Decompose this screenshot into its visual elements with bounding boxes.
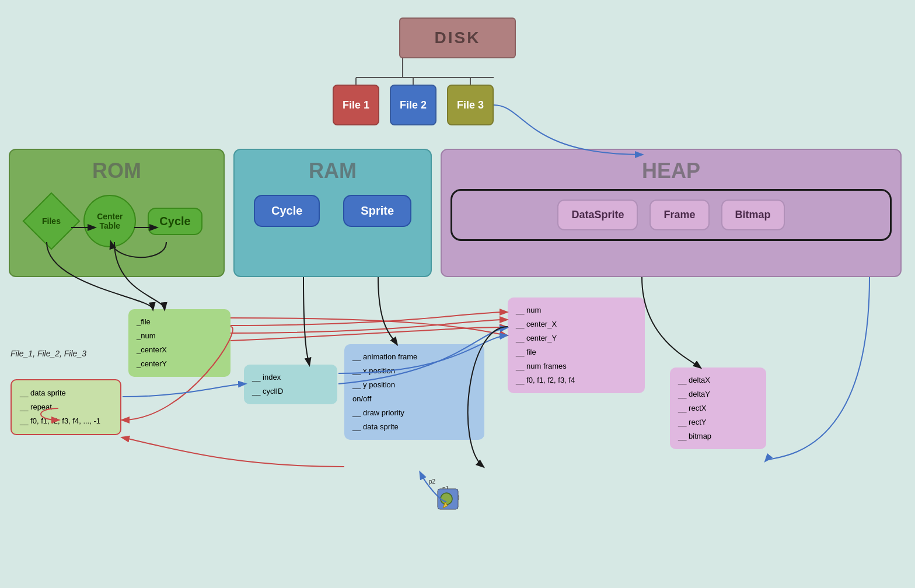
sprite-data-field: __ data sprite — [352, 420, 476, 434]
cycle-ram-field-1: __ index — [252, 370, 329, 384]
file1-box: File 1 — [333, 85, 379, 125]
sprite-field-1: __ data sprite — [20, 386, 112, 400]
ds-num: __ num — [516, 303, 637, 317]
sprite-onoff-field: on/off — [352, 392, 476, 406]
ds-centerx: __ center_X — [516, 317, 637, 331]
sprite-priority-field: __ draw priority — [352, 406, 476, 420]
heap-inner-box: DataSprite Frame Bitmap — [450, 189, 892, 241]
frame-recty: __ rectY — [678, 415, 758, 429]
cycle-rom-label: Cycle — [159, 215, 190, 228]
heap-section: HEAP DataSprite Frame Bitmap — [441, 149, 902, 277]
frame-fields-box: __ deltaX __ deltaY __ rectX __ rectY __… — [670, 368, 766, 449]
frame-label: Frame — [663, 209, 695, 221]
frame-deltay: __ deltaY — [678, 387, 758, 401]
sprite-anim-field: __ animation frame — [352, 350, 476, 364]
rom-label: ROM — [19, 159, 215, 183]
bitmap-label: Bitmap — [735, 209, 771, 221]
file1-label: File 1 — [343, 99, 369, 111]
file2-box: File 2 — [390, 85, 436, 125]
ds-centery: __ center_Y — [516, 331, 637, 345]
cycle-rom-node: Cycle — [148, 208, 202, 235]
cycle-rom-field-3: _centerX — [137, 343, 222, 357]
ds-frames: __ f0, f1, f2, f3, f4 — [516, 373, 637, 387]
cycle-rom-field-2: _num — [137, 329, 222, 343]
datasprite-fields-box: __ num __ center_X __ center_Y __ file _… — [508, 298, 645, 393]
ds-file: __ file — [516, 345, 637, 359]
ram-label: RAM — [243, 159, 422, 183]
cycle-ram-field-2: __ cyclID — [252, 384, 329, 398]
sprite-data-box: __ data sprite __ repeat __ f0, f1, f2, … — [11, 379, 121, 435]
files-diamond-label: Files — [42, 216, 61, 226]
cycle-data-rom-box: _file _num _centerX _centerY — [128, 309, 231, 377]
disk-box: DISK — [399, 18, 516, 58]
cycle-rom-field-1: _file — [137, 315, 222, 329]
p2-label: p2 — [429, 478, 435, 485]
datasprite-node: DataSprite — [557, 200, 638, 230]
bitmap-node: Bitmap — [721, 200, 785, 230]
frame-bitmap: __ bitmap — [678, 429, 758, 443]
file3-box: File 3 — [447, 85, 494, 125]
sprite-x-field: __ x position — [352, 364, 476, 378]
cycle-ram-label: Cycle — [271, 204, 302, 218]
files-list-label: File_1, File_2, File_3 — [11, 349, 86, 358]
sprite-fields-box: __ animation frame __ x position __ y po… — [344, 344, 484, 440]
heap-label: HEAP — [450, 159, 892, 183]
file2-label: File 2 — [400, 99, 427, 111]
sprite-ram-node: Sprite — [343, 195, 411, 227]
center-table-label: CenterTable — [97, 212, 123, 230]
sprite-icon — [435, 486, 464, 515]
sprite-ram-label: Sprite — [361, 204, 394, 218]
cycle-data-ram-box: __ index __ cyclID — [244, 365, 337, 404]
frame-rectx: __ rectX — [678, 401, 758, 415]
svg-point-1 — [441, 493, 452, 505]
disk-label: DISK — [435, 29, 481, 47]
ram-section: RAM Cycle Sprite — [233, 149, 432, 277]
file3-label: File 3 — [457, 99, 484, 111]
cycle-rom-field-4: _centerY — [137, 357, 222, 371]
frame-deltax: __ deltaX — [678, 373, 758, 387]
sprite-field-2: __ repeat — [20, 400, 112, 414]
cycle-ram-node: Cycle — [254, 195, 320, 227]
sprite-field-3: __ f0, f1, f2, f3, f4, ..., -1 — [20, 414, 112, 428]
datasprite-label: DataSprite — [571, 209, 624, 221]
center-table-circle: CenterTable — [83, 195, 136, 247]
frame-node: Frame — [649, 200, 709, 230]
ds-numframes: __ num frames — [516, 359, 637, 373]
sprite-y-field: __ y position — [352, 378, 476, 392]
files-diamond: Files — [23, 192, 81, 250]
rom-section: ROM Files CenterTable Cycle — [9, 149, 225, 277]
